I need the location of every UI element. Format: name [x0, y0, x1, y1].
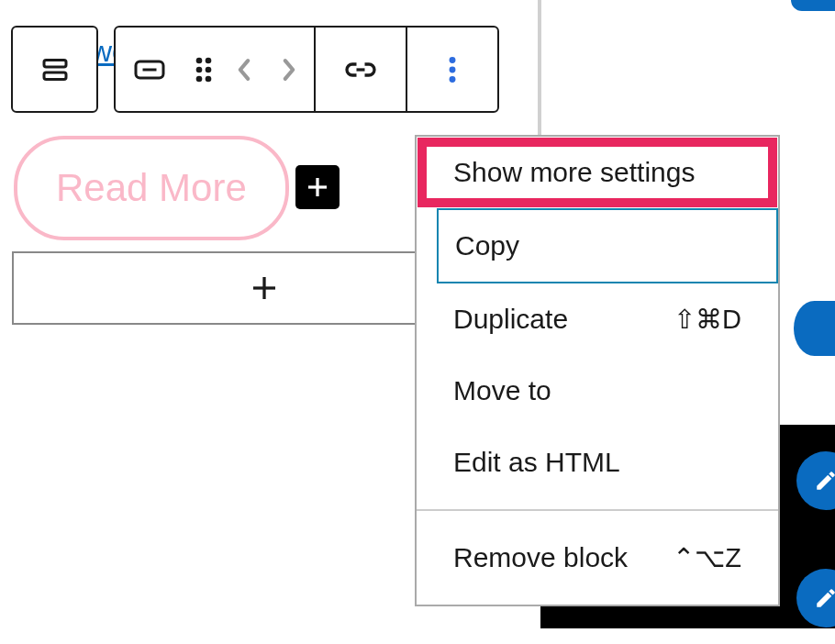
svg-point-9 [206, 75, 212, 82]
plus-icon [304, 173, 331, 201]
sidebar-accent [794, 301, 835, 356]
menu-item-shortcut: ⇧⌘D [674, 304, 741, 335]
menu-item-move-to[interactable]: Move to [417, 355, 778, 427]
svg-point-5 [206, 57, 212, 63]
svg-point-10 [450, 57, 456, 63]
link-icon [344, 61, 377, 79]
menu-item-label: Duplicate [453, 304, 568, 335]
menu-item-copy[interactable]: Copy [437, 208, 778, 283]
menu-item-duplicate[interactable]: Duplicate ⇧⌘D [417, 283, 778, 355]
svg-point-11 [450, 66, 456, 72]
menu-item-show-more-settings[interactable]: Show more settings [417, 137, 778, 208]
chevron-left-icon [235, 57, 253, 83]
parent-block-button[interactable] [11, 26, 98, 113]
menu-item-label: Show more settings [453, 157, 695, 188]
plus-icon [248, 272, 281, 305]
inline-inserter-button[interactable] [295, 165, 340, 209]
svg-point-12 [450, 76, 456, 83]
more-options-button[interactable] [407, 28, 497, 111]
more-vertical-icon [448, 56, 457, 83]
drag-icon [195, 56, 213, 83]
block-options-menu: Show more settings Copy Duplicate ⇧⌘D Mo… [415, 135, 780, 606]
svg-rect-1 [44, 72, 66, 80]
menu-item-label: Move to [453, 375, 551, 406]
svg-point-7 [206, 66, 212, 72]
menu-item-remove-block[interactable]: Remove block ⌃⌥Z [417, 511, 778, 605]
link-button[interactable] [316, 28, 406, 111]
pencil-icon [814, 469, 835, 493]
button-type-icon [133, 58, 166, 82]
svg-point-8 [196, 75, 203, 82]
sidebar-accent [791, 0, 835, 11]
drag-handle-button[interactable] [184, 28, 224, 111]
pencil-icon [814, 586, 835, 610]
menu-item-edit-as-html[interactable]: Edit as HTML [417, 427, 778, 509]
block-parent-icon [39, 53, 72, 86]
block-type-button[interactable] [116, 28, 184, 111]
move-next-button[interactable] [264, 28, 314, 111]
svg-point-6 [196, 66, 203, 72]
move-prev-button[interactable] [224, 28, 264, 111]
read-more-label: Read More [56, 166, 247, 209]
read-more-button[interactable]: Read More [14, 136, 289, 240]
menu-item-label: Remove block [453, 542, 628, 573]
toolbar-main-group [114, 26, 499, 113]
chevron-right-icon [280, 57, 298, 83]
menu-item-shortcut: ⌃⌥Z [673, 542, 741, 573]
block-toolbar [11, 26, 499, 113]
svg-point-4 [196, 57, 203, 63]
menu-item-label: Copy [455, 230, 519, 261]
svg-rect-0 [44, 60, 66, 67]
menu-item-label: Edit as HTML [453, 447, 620, 478]
